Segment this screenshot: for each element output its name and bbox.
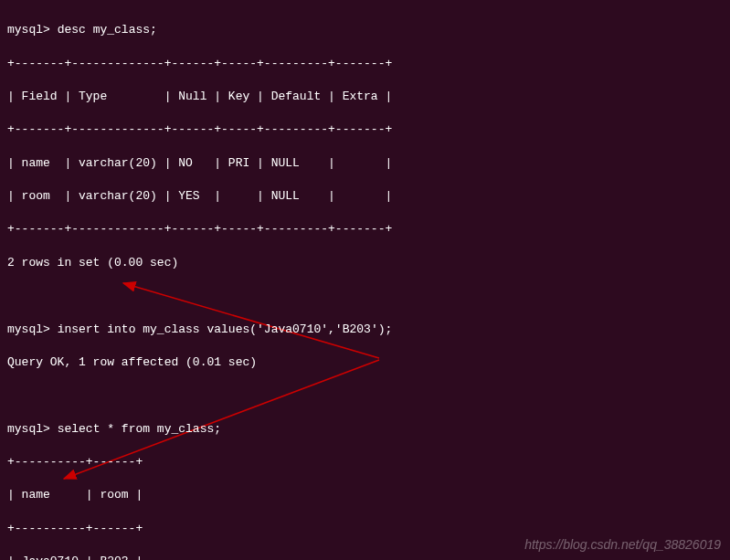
- query-result: Query OK, 1 row affected (0.01 sec): [7, 354, 723, 371]
- prompt: mysql>: [7, 23, 50, 37]
- command-select: select * from my_class;: [58, 422, 221, 436]
- table-border: +-------+-------------+------+-----+----…: [7, 221, 723, 238]
- cmd-line: mysql> select * from my_class;: [7, 421, 723, 438]
- cmd-line: mysql> insert into my_class values('Java…: [7, 322, 723, 338]
- blank-line: [7, 387, 723, 404]
- watermark-text: https://blog.csdn.net/qq_38826019: [524, 536, 721, 555]
- table-row: | Java0710 | B203 |: [7, 554, 723, 560]
- table-row: | name | varchar(20) | NO | PRI | NULL |…: [7, 155, 723, 172]
- prompt: mysql>: [7, 322, 50, 336]
- table-border: +----------+------+: [7, 454, 723, 470]
- cmd-line: mysql> desc my_class;: [7, 22, 723, 38]
- blank-line: [7, 288, 723, 304]
- result-footer: 2 rows in set (0.00 sec): [7, 255, 723, 271]
- command-desc: desc my_class;: [58, 23, 157, 37]
- prompt: mysql>: [7, 422, 50, 436]
- table-border: +-------+-------------+------+-----+----…: [7, 122, 723, 138]
- table-header: | name | room |: [7, 487, 723, 503]
- terminal-output: mysql> desc my_class; +-------+---------…: [7, 5, 723, 560]
- table-header: | Field | Type | Null | Key | Default | …: [7, 89, 723, 105]
- table-border: +----------+------+: [7, 521, 723, 537]
- table-row: | room | varchar(20) | YES | | NULL | |: [7, 188, 723, 205]
- command-insert: insert into my_class values('Java0710','…: [58, 322, 393, 336]
- table-border: +-------+-------------+------+-----+----…: [7, 56, 723, 72]
